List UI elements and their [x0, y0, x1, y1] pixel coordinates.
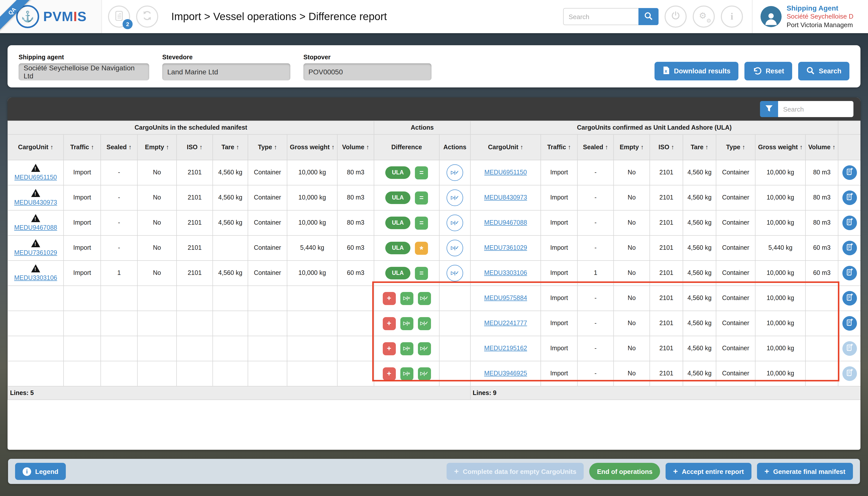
play-plus-button[interactable]: ▷|+ [400, 342, 413, 355]
cargo-unit-link[interactable]: MEDU9467088 [484, 219, 527, 226]
notification-badge: 2 [123, 19, 132, 29]
play-plus-icon: ▷|+ [404, 345, 410, 352]
global-search-input[interactable] [563, 8, 638, 25]
difference-cell: +▷|+▷|✓ [374, 311, 439, 336]
ula-cell: 2101 [650, 311, 683, 336]
ula-cell: No [614, 361, 650, 386]
plus-button[interactable]: + [382, 367, 396, 380]
cargo-unit-link[interactable]: MEDU2241777 [484, 320, 527, 327]
plus-button[interactable]: + [382, 317, 396, 330]
download-results-button[interactable]: x Download results [654, 62, 738, 80]
table-head: CargoUnits in the scheduled manifestActi… [8, 121, 861, 160]
equal-button[interactable]: = [415, 267, 428, 280]
column-header-ula-volume[interactable]: Volume ↑ [805, 135, 838, 160]
equal-button[interactable]: = [415, 191, 428, 204]
play-plus-button[interactable]: ▷|+ [400, 292, 413, 305]
column-header-ula-sealed[interactable]: Sealed ↑ [578, 135, 614, 160]
end-of-operations-button[interactable]: End of operations [589, 463, 660, 480]
play-check-button[interactable]: ▷|✓ [418, 292, 431, 305]
column-header-manifest-empty[interactable]: Empty ↑ [137, 135, 177, 160]
accept-entire-report-button[interactable]: + Accept entire report [666, 463, 752, 480]
confirm-landing-button[interactable]: ▷|✓ [446, 164, 463, 181]
column-header-ula-tare[interactable]: Tare ↑ [683, 135, 716, 160]
confirm-landing-button[interactable]: ▷|✓ [446, 215, 463, 231]
play-plus-button[interactable]: ▷|+ [400, 317, 413, 330]
column-header-manifest-tare[interactable]: Tare ↑ [213, 135, 248, 160]
cargo-unit-link[interactable]: MEDU7361029 [14, 248, 57, 257]
column-header-manifest-type[interactable]: Type ↑ [248, 135, 287, 160]
legend-button[interactable]: i Legend [15, 463, 66, 480]
play-check-button[interactable]: ▷|✓ [418, 367, 431, 380]
ula-cell [805, 336, 838, 361]
equal-button[interactable]: = [415, 216, 428, 229]
edit-cargo-unit-button[interactable] [842, 241, 857, 255]
column-header-ula-traffic[interactable]: Traffic ↑ [541, 135, 578, 160]
column-header-ula-iso[interactable]: ISO ↑ [650, 135, 683, 160]
confirm-landing-button[interactable]: ▷|✓ [446, 240, 463, 256]
settings-button[interactable]: ⚙ ⚙ [693, 5, 715, 28]
document-plus-icon [846, 192, 853, 203]
column-header-manifest-cargounit[interactable]: CargoUnit ↑ [8, 135, 64, 160]
column-header-manifest-sealed[interactable]: Sealed ↑ [101, 135, 137, 160]
ula-cell: No [614, 235, 650, 261]
user-avatar[interactable] [760, 6, 782, 27]
column-header-ula-type[interactable]: Type ↑ [716, 135, 755, 160]
cargo-unit-link[interactable]: MEDU6951150 [14, 173, 57, 182]
cargo-unit-link[interactable]: MEDU9575884 [484, 294, 527, 301]
play-check-button[interactable]: ▷|✓ [418, 317, 431, 330]
logout-button[interactable] [665, 5, 686, 28]
ula-cell: Container [716, 261, 755, 286]
cargo-unit-link[interactable]: MEDU3946925 [484, 370, 527, 377]
info-button[interactable]: i [721, 5, 743, 28]
edit-cargo-unit-button[interactable] [842, 190, 857, 205]
edit-cargo-unit-button[interactable] [842, 291, 857, 306]
cargo-unit-link[interactable]: MEDU2195162 [484, 345, 527, 352]
reset-button[interactable]: Reset [744, 62, 792, 80]
cargo-unit-link[interactable]: MEDU7361029 [484, 244, 527, 251]
column-header-ula-empty[interactable]: Empty ↑ [614, 135, 650, 160]
cargo-unit-link[interactable]: MEDU3303106 [484, 269, 527, 276]
filter-button[interactable] [760, 101, 778, 117]
confirm-landing-button[interactable]: ▷|✓ [446, 265, 463, 281]
ula-cell: 2101 [650, 261, 683, 286]
column-header-ula-cargounit[interactable]: CargoUnit ↑ [470, 135, 541, 160]
cargo-unit-link[interactable]: MEDU9467088 [14, 223, 57, 232]
asterisk-button[interactable]: * [415, 242, 428, 254]
column-header-manifest-gross-weight[interactable]: Gross weight ↑ [287, 135, 337, 160]
refresh-button[interactable] [136, 5, 158, 28]
difference-cell: ULA* [374, 235, 439, 261]
column-header-manifest-traffic[interactable]: Traffic ↑ [64, 135, 101, 160]
global-search-button[interactable] [638, 8, 659, 25]
edit-cargo-unit-button[interactable] [842, 266, 857, 280]
plus-button[interactable]: + [382, 292, 396, 305]
manifest-cell: - [101, 210, 137, 235]
cargo-unit-link[interactable]: MEDU8430973 [484, 194, 527, 201]
generate-final-manifest-button[interactable]: + Generate final manifest [757, 463, 853, 480]
confirm-landing-button[interactable]: ▷|✓ [446, 189, 463, 206]
cargo-unit-link[interactable]: MEDU6951150 [485, 169, 527, 176]
sort-asc-icon: ↑ [832, 144, 836, 151]
play-check-icon: ▷|✓ [421, 371, 428, 377]
play-plus-button[interactable]: ▷|+ [400, 367, 413, 380]
table-search-input[interactable] [778, 101, 853, 117]
search-button[interactable]: Search [798, 62, 849, 80]
play-check-button[interactable]: ▷|✓ [418, 342, 431, 355]
ula-cargo-unit-cell: MEDU9467088 [470, 210, 541, 235]
edit-cargo-unit-button[interactable] [842, 165, 857, 180]
manifest-cell [287, 336, 337, 361]
column-header-manifest-volume[interactable]: Volume ↑ [337, 135, 374, 160]
notifications-button[interactable]: 2 [108, 5, 130, 28]
play-check-icon: ▷|✓ [421, 295, 428, 301]
column-header-ula-gross-weight[interactable]: Gross weight ↑ [755, 135, 805, 160]
ula-cell: Import [541, 311, 578, 336]
column-header-edit-blank [838, 135, 861, 160]
ula-cargo-unit-cell: MEDU9575884 [470, 286, 541, 311]
column-header-manifest-iso[interactable]: ISO ↑ [177, 135, 213, 160]
cargo-unit-link[interactable]: MEDU3303106 [14, 274, 57, 282]
cargo-unit-link[interactable]: MEDU8430973 [14, 198, 57, 207]
edit-cargo-unit-button[interactable] [842, 216, 857, 230]
equal-button[interactable]: = [415, 166, 428, 179]
manifest-cell: - [101, 185, 137, 210]
plus-button[interactable]: + [382, 342, 396, 355]
edit-cargo-unit-button[interactable] [842, 316, 857, 331]
